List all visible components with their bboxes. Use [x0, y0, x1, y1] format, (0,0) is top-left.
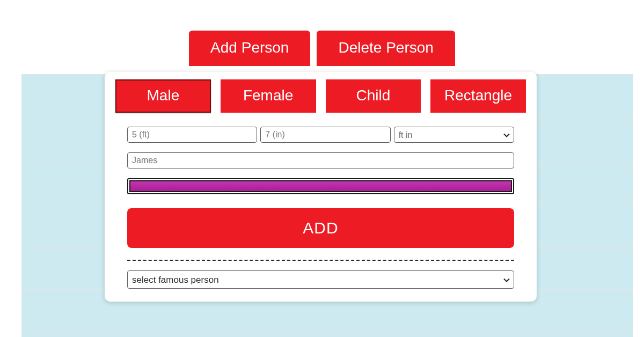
type-male-button[interactable]: Male: [115, 79, 211, 113]
add-person-panel: Male Female Child Rectangle ft in ADD: [105, 72, 537, 302]
tab-delete-person[interactable]: Delete Person: [317, 31, 455, 66]
height-inches-input[interactable]: [260, 127, 390, 143]
tab-add-person[interactable]: Add Person: [189, 31, 310, 66]
gridline: [21, 332, 633, 333]
person-type-row: Male Female Child Rectangle: [115, 79, 526, 113]
divider: [127, 260, 514, 261]
name-input[interactable]: [127, 152, 514, 169]
height-feet-input[interactable]: [127, 127, 257, 143]
add-button[interactable]: ADD: [127, 208, 514, 248]
type-child-button[interactable]: Child: [326, 79, 421, 113]
height-input-row: ft in: [127, 127, 514, 143]
type-female-button[interactable]: Female: [221, 79, 316, 113]
color-picker[interactable]: [127, 178, 514, 194]
unit-select[interactable]: ft in: [394, 127, 514, 143]
mode-tabs: Add Person Delete Person: [0, 31, 644, 66]
type-rectangle-button[interactable]: Rectangle: [430, 79, 526, 113]
famous-person-select[interactable]: select famous person: [127, 270, 514, 289]
color-swatch[interactable]: [129, 180, 512, 192]
